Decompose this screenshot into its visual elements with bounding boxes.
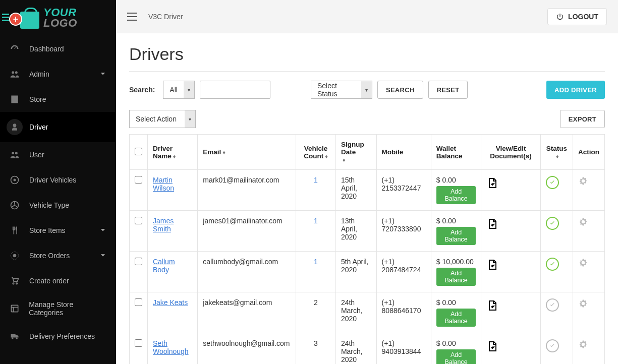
sort-icon: ♦: [325, 155, 328, 158]
mobile: (+1)2087484724: [376, 252, 431, 292]
sidebar-item-driver-vehicles[interactable]: Driver Vehicles: [0, 167, 116, 193]
gear-icon[interactable]: [578, 339, 588, 349]
sidebar-item-driver[interactable]: Driver: [0, 112, 116, 142]
sidebar-item-label: Store: [29, 95, 46, 103]
table-row: Martin Wilson mark01@mailinator.com 1 15…: [130, 170, 605, 211]
logout-button[interactable]: LOGOUT: [547, 8, 607, 25]
col-vehicle-count[interactable]: Vehicle Count♦: [296, 135, 336, 170]
delivery-icon: [9, 331, 20, 342]
sidebar-item-label: Create order: [29, 277, 69, 285]
export-button[interactable]: EXPORT: [560, 110, 605, 128]
driver-name-link[interactable]: Martin Wilson: [153, 176, 174, 192]
filter-field-value: All: [163, 81, 184, 99]
sidebar-item-user[interactable]: User: [0, 142, 116, 167]
add-balance-button[interactable]: Add Balance: [436, 186, 476, 204]
status-badge[interactable]: [546, 176, 559, 189]
driver-email: sethwoolnough@gmail.com: [198, 333, 296, 365]
signup-date: 24th March, 2020: [335, 292, 376, 333]
col-driver-name[interactable]: Driver Name♦: [148, 135, 198, 170]
sidebar-item-store-items[interactable]: Store Items: [0, 218, 116, 243]
mobile: (+1)9403913844: [376, 333, 431, 365]
sidebar-item-create-order[interactable]: Create order: [0, 268, 116, 293]
chevron-down-icon: [98, 69, 108, 80]
status-badge[interactable]: [546, 258, 559, 271]
sidebar-item-store-orders[interactable]: Store Orders: [0, 243, 116, 268]
table-row: Callum Body callumbody@gmail.com 1 5th A…: [130, 252, 605, 292]
chevron-down-icon: ▾: [185, 110, 196, 128]
user-icon: [9, 149, 20, 160]
sidebar-item-label: Driver Vehicles: [29, 176, 76, 184]
add-balance-button[interactable]: Add Balance: [436, 309, 476, 327]
driver-name-link[interactable]: Seth Woolnough: [153, 339, 189, 355]
vehicle-count: 2: [314, 298, 318, 307]
edit-document-icon[interactable]: [486, 258, 498, 272]
sidebar-item-admin[interactable]: Admin: [0, 62, 116, 87]
logo-text: YOUR LOGO: [43, 8, 77, 29]
content: Drivers Search: All ▾ Select Status ▾ SE…: [116, 33, 618, 364]
reset-button[interactable]: RESET: [428, 81, 468, 99]
vehicle-count: 1: [314, 258, 318, 266]
row-checkbox[interactable]: [135, 339, 142, 347]
vehicle-count: 1: [314, 176, 318, 184]
search-button[interactable]: SEARCH: [377, 81, 423, 99]
create-order-icon: [9, 275, 20, 286]
row-checkbox[interactable]: [135, 217, 142, 224]
sort-icon: ♦: [556, 155, 559, 158]
sidebar-item-label: Manage Store Categories: [29, 300, 107, 317]
wallet-balance-cell: $ 0.00 Add Balance: [431, 211, 481, 252]
sidebar-item-vehicle-type[interactable]: Vehicle Type: [0, 193, 116, 218]
logo[interactable]: + YOUR LOGO: [0, 0, 116, 36]
sidebar-item-manage-store-categories[interactable]: Manage Store Categories: [0, 293, 116, 324]
sidebar-item-label: Dashboard: [29, 45, 64, 53]
edit-document-icon[interactable]: [486, 176, 498, 190]
status-badge[interactable]: [546, 217, 559, 230]
menu-toggle-icon[interactable]: [127, 13, 137, 21]
col-documents: View/Edit Document(s): [481, 135, 540, 170]
filter-row: Search: All ▾ Select Status ▾ SEARCH RES…: [129, 81, 605, 99]
row-checkbox[interactable]: [135, 258, 142, 265]
store-items-icon: [9, 225, 20, 236]
select-all-checkbox[interactable]: [135, 148, 142, 155]
col-email[interactable]: Email♦: [198, 135, 296, 170]
sidebar-item-label: Store Orders: [29, 252, 70, 260]
gear-icon[interactable]: [578, 176, 588, 186]
dashboard-icon: [9, 43, 20, 54]
gear-icon[interactable]: [578, 258, 588, 268]
gear-icon[interactable]: [578, 298, 588, 309]
sidebar-item-dashboard[interactable]: Dashboard: [0, 36, 116, 62]
edit-document-icon[interactable]: [486, 298, 498, 313]
edit-document-icon[interactable]: [486, 217, 498, 231]
filter-status-select[interactable]: Select Status ▾: [311, 81, 372, 99]
col-action: Action: [573, 135, 604, 170]
bulk-action-value: Select Action: [129, 110, 185, 128]
status-badge[interactable]: [546, 298, 559, 312]
action-row: Select Action ▾ EXPORT: [129, 110, 605, 128]
driver-icon: [7, 119, 23, 135]
bulk-action-select[interactable]: Select Action ▾: [129, 110, 196, 128]
signup-date: 24th March, 2020: [335, 333, 376, 365]
driver-email: jakekeats@gmail.com: [198, 292, 296, 333]
driver-name-link[interactable]: Jake Keats: [153, 298, 188, 307]
add-balance-button[interactable]: Add Balance: [436, 268, 476, 286]
add-driver-button[interactable]: ADD DRIVER: [546, 81, 605, 99]
driver-email: mark01@mailinator.com: [198, 170, 296, 211]
filter-field-select[interactable]: All ▾: [163, 81, 195, 99]
row-checkbox[interactable]: [135, 176, 142, 184]
status-badge[interactable]: [546, 339, 559, 352]
driver-name-link[interactable]: James Smith: [153, 217, 174, 233]
sidebar-item-delivery-preferences[interactable]: Delivery Preferences: [0, 324, 116, 349]
add-balance-button[interactable]: Add Balance: [436, 349, 476, 364]
sidebar: + YOUR LOGO Dashboard Admin Store Driver…: [0, 0, 116, 364]
col-status[interactable]: Status♦: [540, 135, 573, 170]
edit-document-icon[interactable]: [486, 339, 498, 353]
search-input[interactable]: [200, 81, 270, 99]
sidebar-item-store[interactable]: Store: [0, 87, 116, 112]
sidebar-item-label: Admin: [29, 70, 49, 78]
table-row: James Smith james01@mailinator.com 1 13t…: [130, 211, 605, 252]
wallet-balance: $ 0.00: [436, 339, 476, 347]
add-balance-button[interactable]: Add Balance: [436, 227, 476, 245]
driver-name-link[interactable]: Callum Body: [153, 258, 175, 274]
gear-icon[interactable]: [578, 217, 588, 227]
col-signup-date[interactable]: Signup Date♦: [335, 135, 376, 170]
row-checkbox[interactable]: [135, 298, 142, 306]
